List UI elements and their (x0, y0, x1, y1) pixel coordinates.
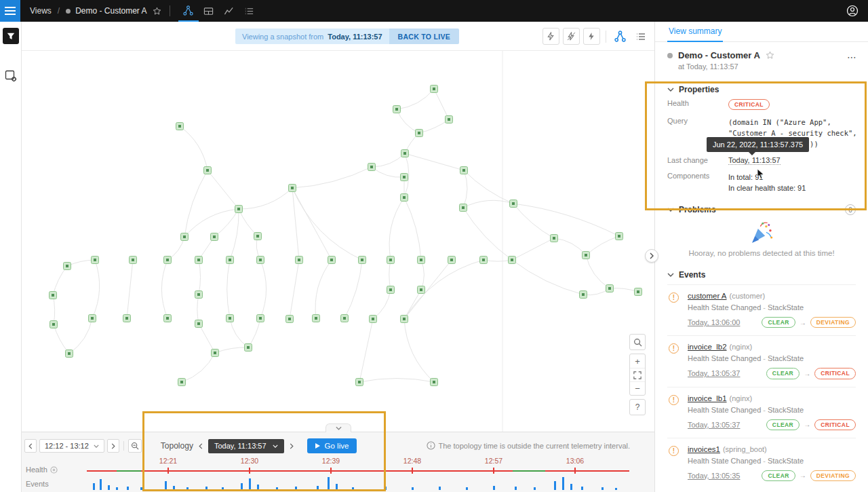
topology-node[interactable] (212, 349, 219, 357)
help-button[interactable]: ? (629, 399, 646, 415)
topology-node[interactable] (245, 344, 252, 352)
tab-chart-view[interactable] (219, 0, 239, 22)
topology-node[interactable] (226, 257, 234, 264)
topology-node[interactable] (580, 291, 587, 299)
event-item[interactable]: ! invoices1(spring_boot) Health State Ch… (667, 438, 856, 489)
go-live-button[interactable]: Go live (307, 438, 357, 453)
breadcrumb-views[interactable]: Views (30, 6, 52, 16)
topology-node[interactable] (356, 379, 363, 386)
topology-node[interactable] (211, 233, 218, 241)
timeline-axis[interactable]: 12:2112:3012:3912:4812:5713:06 (22, 457, 654, 465)
topology-time-prev-button[interactable] (196, 439, 205, 453)
topology-node[interactable] (583, 252, 590, 259)
topology-node[interactable] (164, 257, 172, 264)
event-time[interactable]: Today, 13:05:35 (688, 472, 740, 480)
topology-node[interactable] (226, 315, 234, 322)
collapse-panel-chevron-icon[interactable] (326, 423, 351, 432)
topology-node[interactable] (387, 257, 395, 264)
topology-node[interactable] (460, 204, 467, 212)
topology-node[interactable] (510, 200, 517, 208)
interval-prev-button[interactable] (24, 439, 37, 453)
back-to-live-button[interactable]: BACK TO LIVE (389, 29, 460, 44)
event-item[interactable]: ! customer A(customer) Health State Chan… (667, 284, 856, 335)
events-bar-chart[interactable] (87, 476, 629, 490)
topology-node[interactable] (370, 316, 377, 323)
interval-select[interactable]: 12:12 - 13:12 (39, 439, 104, 453)
topology-node[interactable] (431, 86, 438, 93)
topology-node[interactable] (387, 286, 395, 294)
topology-graph[interactable] (22, 22, 654, 492)
ellipsis-menu-icon[interactable]: ⋯ (847, 52, 857, 62)
telemetry-stream-filled-icon[interactable] (583, 28, 600, 45)
topology-node[interactable] (359, 257, 366, 264)
topology-node[interactable] (64, 263, 71, 270)
topology-node[interactable] (257, 315, 264, 322)
topology-node[interactable] (418, 257, 425, 264)
topology-node[interactable] (181, 233, 189, 241)
topology-time-select[interactable]: Today, 11:13:57 (208, 439, 284, 453)
tab-view-summary[interactable]: View summary (667, 22, 723, 42)
topology-node[interactable] (130, 257, 137, 264)
graph-layout-icon[interactable] (612, 28, 629, 45)
topology-node[interactable] (204, 167, 212, 174)
topology-node[interactable] (341, 315, 349, 322)
problems-header[interactable]: Problems 0 (667, 200, 856, 219)
topology-node[interactable] (431, 379, 438, 386)
topology-node[interactable] (328, 257, 336, 264)
favorite-star-icon[interactable] (153, 7, 161, 16)
topology-node[interactable] (551, 235, 558, 242)
view-settings-gear-icon[interactable] (4, 69, 18, 83)
list-layout-icon[interactable] (632, 28, 649, 45)
topology-node[interactable] (254, 233, 262, 240)
event-component-name[interactable]: invoices1 (688, 445, 720, 453)
topology-node[interactable] (401, 174, 408, 181)
topology-node[interactable] (66, 350, 73, 358)
topology-node[interactable] (393, 106, 401, 113)
telemetry-stream-add-icon[interactable] (542, 28, 559, 45)
event-component-name[interactable]: invoice_lb2 (688, 343, 727, 351)
topology-node[interactable] (460, 167, 468, 174)
zoom-interval-icon[interactable] (128, 439, 142, 453)
tab-topology-view[interactable] (178, 0, 199, 22)
expand-panel-chevron-icon[interactable] (645, 249, 658, 263)
search-zoom-icon[interactable] (629, 334, 646, 350)
favorite-star-icon[interactable] (766, 51, 774, 60)
topology-node[interactable] (401, 150, 409, 157)
user-avatar[interactable] (844, 0, 861, 22)
event-component-name[interactable]: invoice_lb1 (688, 394, 727, 402)
topology-node[interactable] (368, 164, 376, 171)
health-state-line[interactable] (87, 468, 629, 474)
topology-node[interactable] (176, 123, 184, 130)
topology-node[interactable] (286, 316, 294, 323)
filter-funnel-icon[interactable] (3, 28, 19, 44)
topology-node[interactable] (635, 288, 642, 296)
topology-node[interactable] (123, 315, 131, 322)
topology-node[interactable] (296, 257, 303, 264)
topology-node[interactable] (401, 194, 408, 202)
topology-node[interactable] (606, 285, 614, 292)
topology-node[interactable] (164, 315, 172, 322)
topology-time-next-button[interactable] (287, 439, 296, 453)
event-item[interactable]: ! invoice_lb2(nginx) Health State Change… (667, 335, 856, 386)
interval-next-button[interactable] (107, 439, 119, 453)
topology-node[interactable] (448, 257, 456, 264)
topology-node[interactable] (195, 320, 203, 328)
topology-node[interactable] (509, 257, 516, 264)
topology-node[interactable] (616, 233, 623, 240)
topology-node[interactable] (416, 130, 423, 137)
properties-header[interactable]: Properties (667, 80, 856, 99)
topology-node[interactable] (289, 185, 296, 192)
zoom-out-button[interactable]: − (630, 381, 645, 395)
topology-node[interactable] (446, 116, 453, 124)
topology-node[interactable] (257, 257, 264, 264)
event-component-name[interactable]: customer A (688, 292, 727, 300)
topology-node[interactable] (418, 286, 425, 294)
topology-node[interactable] (195, 257, 203, 264)
topology-node[interactable] (178, 379, 186, 386)
tab-cards-view[interactable] (199, 0, 219, 22)
event-time[interactable]: Today, 13:05:37 (688, 421, 740, 429)
telemetry-stream-icon[interactable] (563, 28, 580, 45)
tab-list-view[interactable] (239, 0, 260, 22)
topology-node[interactable] (235, 206, 243, 213)
last-change-value[interactable]: Today, 11:13:57 (728, 156, 781, 165)
